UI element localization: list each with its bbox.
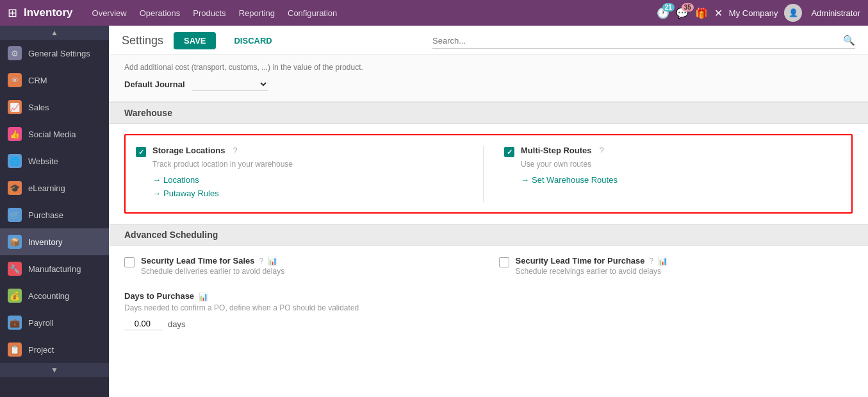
messages-icon[interactable]: 💬 35 (676, 7, 689, 19)
main-content: Settings SAVE DISCARD 🔍 Add additional c… (109, 26, 868, 397)
sidebar-item-general-settings[interactable]: ⚙ General Settings (0, 40, 109, 67)
gift-icon[interactable]: 🎁 (695, 7, 708, 19)
grid-icon[interactable]: ⊞ (8, 6, 17, 20)
search-input[interactable] (432, 33, 838, 48)
locations-arrow-icon: → (152, 175, 161, 185)
security-lead-sales-item: Security Lead Time for Sales ? 📊 Schedul… (124, 256, 479, 276)
security-lead-sales-calc-icon[interactable]: 📊 (268, 257, 277, 266)
main-nav: Overview Operations Products Reporting C… (92, 6, 657, 21)
locations-link-label: Locations (163, 175, 199, 185)
website-icon: 🌐 (8, 154, 22, 168)
security-lead-purchase-desc: Schedule receivings earlier to avoid del… (516, 267, 668, 276)
sidebar-label-elearning: eLearning (28, 183, 65, 193)
purchase-icon: 🛒 (8, 208, 22, 222)
general-settings-icon: ⚙ (8, 46, 22, 60)
save-button[interactable]: SAVE (174, 32, 216, 49)
putaway-rules-link[interactable]: → Putaway Rules (152, 189, 463, 198)
navbar-right: 🕐 21 💬 35 🎁 ✕ My Company 👤 Administrator (657, 4, 860, 22)
security-lead-sales-help-icon[interactable]: ? (259, 257, 264, 266)
security-lead-purchase-checkbox[interactable] (499, 257, 509, 267)
security-lead-purchase-content: Security Lead Time for Purchase ? 📊 Sche… (516, 256, 668, 276)
nav-operations[interactable]: Operations (140, 6, 181, 21)
sidebar-item-social-media[interactable]: 👍 Social Media (0, 121, 109, 148)
crm-icon: 👁 (8, 73, 22, 87)
putaway-arrow-icon: → (152, 189, 161, 198)
avatar[interactable]: 👤 (784, 4, 802, 22)
storage-locations-col: ✓ Storage Locations ? Track product loca… (136, 146, 484, 202)
multi-step-routes-col: ✓ Multi-Step Routes ? Use your own route… (484, 146, 841, 202)
inventory-icon: 📦 (8, 235, 22, 249)
company-name[interactable]: My Company (729, 8, 778, 18)
default-journal-row: Default Journal (124, 77, 853, 91)
adv-grid: Security Lead Time for Sales ? 📊 Schedul… (124, 256, 853, 276)
storage-locations-label: Storage Locations (152, 146, 225, 155)
cost-description: Add additional cost (transport, customs,… (124, 63, 853, 72)
social-media-icon: 👍 (8, 127, 22, 141)
app-title: Inventory (24, 6, 73, 19)
security-lead-sales-checkbox[interactable] (124, 257, 135, 267)
scroll-down-btn[interactable]: ▼ (0, 363, 109, 377)
sidebar-item-accounting[interactable]: 💰 Accounting (0, 282, 109, 309)
activity-icon[interactable]: 🕐 21 (657, 7, 669, 19)
sidebar-item-crm[interactable]: 👁 CRM (0, 67, 109, 94)
sidebar-item-payroll[interactable]: 💼 Payroll (0, 309, 109, 336)
elearning-icon: 🎓 (8, 181, 22, 195)
user-name[interactable]: Administrator (811, 8, 860, 18)
close-icon[interactable]: ✕ (714, 7, 723, 19)
multi-step-routes-checkbox[interactable]: ✓ (504, 147, 514, 157)
scroll-up-btn[interactable]: ▲ (0, 26, 109, 40)
nav-products[interactable]: Products (193, 6, 225, 21)
sidebar-item-manufacturing[interactable]: 🔧 Manufacturing (0, 255, 109, 282)
days-to-purchase-calc-icon[interactable]: 📊 (199, 292, 208, 301)
multi-step-routes-label: Multi-Step Routes (521, 146, 592, 155)
nav-configuration[interactable]: Configuration (288, 6, 337, 21)
nav-overview[interactable]: Overview (92, 6, 127, 21)
sidebar-label-purchase: Purchase (28, 210, 63, 220)
sidebar-item-sales[interactable]: 📈 Sales (0, 94, 109, 121)
days-unit: days (168, 319, 185, 329)
nav-reporting[interactable]: Reporting (239, 6, 275, 21)
storage-locations-help-icon[interactable]: ? (233, 146, 237, 155)
security-lead-sales-desc: Schedule deliveries earlier to avoid del… (141, 267, 284, 276)
set-warehouse-routes-link[interactable]: → Set Warehouse Routes (521, 175, 831, 185)
sidebar-label-crm: CRM (28, 76, 47, 85)
activity-count: 21 (662, 3, 675, 12)
storage-locations-header: ✓ Storage Locations ? (136, 146, 463, 157)
storage-locations-checkbox[interactable]: ✓ (136, 147, 146, 157)
warehouse-section: ✓ Storage Locations ? Track product loca… (109, 124, 868, 224)
project-icon: 📋 (8, 342, 22, 357)
multi-step-routes-help-icon[interactable]: ? (600, 146, 604, 155)
warehouse-options-box: ✓ Storage Locations ? Track product loca… (124, 134, 853, 214)
payroll-icon: 💼 (8, 316, 22, 330)
sidebar-label-website: Website (28, 156, 58, 166)
days-input[interactable] (124, 317, 163, 330)
security-lead-purchase-item: Security Lead Time for Purchase ? 📊 Sche… (499, 256, 853, 276)
storage-locations-desc: Track product location in your warehouse (152, 160, 463, 169)
page-wrapper: ▲ ⚙ General Settings 👁 CRM 📈 Sales 👍 Soc… (0, 26, 868, 397)
sidebar-item-purchase[interactable]: 🛒 Purchase (0, 201, 109, 228)
security-lead-purchase-help-icon[interactable]: ? (650, 257, 654, 266)
default-journal-select[interactable] (192, 77, 268, 91)
sidebar-item-inventory[interactable]: 📦 Inventory (0, 228, 109, 255)
days-purchase-section: Days to Purchase 📊 Days needed to confir… (109, 286, 868, 338)
discard-button[interactable]: DISCARD (226, 32, 279, 49)
days-to-purchase-desc: Days needed to confirm a PO, define when… (124, 303, 853, 312)
warehouse-title: Warehouse (124, 108, 172, 118)
security-lead-purchase-calc-icon[interactable]: 📊 (658, 257, 667, 266)
sidebar-label-payroll: Payroll (28, 318, 54, 328)
advanced-scheduling-header: Advanced Scheduling (109, 224, 868, 246)
days-input-row: days (124, 317, 853, 330)
sidebar-item-elearning[interactable]: 🎓 eLearning (0, 174, 109, 201)
locations-link[interactable]: → Locations (152, 175, 463, 185)
sidebar: ▲ ⚙ General Settings 👁 CRM 📈 Sales 👍 Soc… (0, 26, 109, 397)
settings-title: Settings (122, 34, 163, 47)
sidebar-item-project[interactable]: 📋 Project (0, 336, 109, 363)
advanced-scheduling-title: Advanced Scheduling (124, 230, 218, 240)
sidebar-label-project: Project (28, 345, 54, 355)
putaway-link-label: Putaway Rules (163, 189, 219, 198)
cost-section: Add additional cost (transport, customs,… (109, 55, 868, 102)
search-icon[interactable]: 🔍 (843, 35, 855, 46)
sidebar-item-website[interactable]: 🌐 Website (0, 148, 109, 174)
settings-header: Settings SAVE DISCARD 🔍 (109, 26, 868, 55)
sales-icon: 📈 (8, 100, 22, 114)
